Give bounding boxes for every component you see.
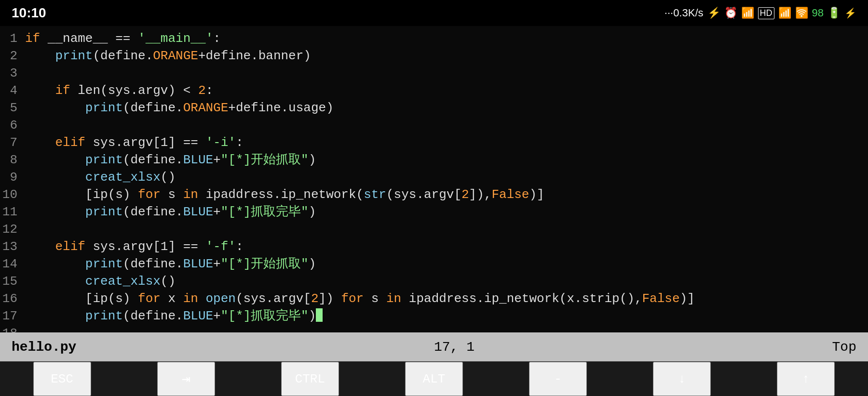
line-content: print(define.BLUE+"[*]开始抓取")	[25, 151, 868, 169]
code-line: 1if __name__ == '__main__':	[0, 30, 868, 47]
cursor-block	[316, 308, 323, 322]
line-number: 4	[0, 82, 25, 99]
line-content: print(define.BLUE+"[*]开始抓取")	[25, 255, 868, 273]
ctrl-button[interactable]: CTRL	[281, 362, 339, 396]
code-line: 10 [ip(s) for s in ipaddress.ip_network(…	[0, 186, 868, 203]
code-line: 18	[0, 325, 868, 332]
line-number: 16	[0, 290, 25, 307]
line-number: 6	[0, 117, 25, 134]
code-line: 4 if len(sys.argv) < 2:	[0, 82, 868, 99]
code-line: 14 print(define.BLUE+"[*]开始抓取")	[0, 255, 868, 273]
code-line: 15 creat_xlsx()	[0, 273, 868, 290]
line-content: print(define.ORANGE+define.banner)	[25, 47, 868, 65]
code-line: 8 print(define.BLUE+"[*]开始抓取")	[0, 151, 868, 169]
bottom-toolbar: ESC ⇥ CTRL ALT - ↓ ↑	[0, 361, 868, 396]
code-line: 16 [ip(s) for x in open(sys.argv[2]) for…	[0, 290, 868, 307]
line-content: if len(sys.argv) < 2:	[25, 82, 868, 99]
status-line: hello.py 17, 1 Top	[0, 332, 868, 361]
wifi-icon: 🛜	[795, 7, 808, 19]
line-number: 9	[0, 169, 25, 186]
code-line: 3	[0, 65, 868, 82]
dash-button[interactable]: -	[529, 362, 587, 396]
line-number: 15	[0, 273, 25, 290]
line-content: print(define.BLUE+"[*]抓取完毕")	[25, 307, 868, 325]
code-line: 5 print(define.ORANGE+define.usage)	[0, 99, 868, 117]
line-number: 1	[0, 30, 25, 47]
line-number: 11	[0, 203, 25, 221]
code-line: 11 print(define.BLUE+"[*]抓取完毕")	[0, 203, 868, 221]
line-content: creat_xlsx()	[25, 169, 868, 186]
alt-button[interactable]: ALT	[405, 362, 463, 396]
line-number: 3	[0, 65, 25, 82]
line-content: if __name__ == '__main__':	[25, 30, 868, 47]
code-editor[interactable]: 1if __name__ == '__main__':2 print(defin…	[0, 26, 868, 332]
esc-button[interactable]: ESC	[33, 362, 91, 396]
code-line: 6	[0, 117, 868, 134]
line-number: 14	[0, 255, 25, 273]
status-bar: 10:10 ···0.3K/s ⚡ ⏰ 📶 HD 📶 🛜 98 🔋 ⚡	[0, 0, 868, 26]
code-line: 12	[0, 221, 868, 238]
line-content: [ip(s) for x in open(sys.argv[2]) for s …	[25, 290, 868, 307]
bolt-icon: ⚡	[844, 7, 856, 19]
line-content: creat_xlsx()	[25, 273, 868, 290]
code-line: 7 elif sys.argv[1] == '-i':	[0, 134, 868, 151]
code-line: 17 print(define.BLUE+"[*]抓取完毕")	[0, 307, 868, 325]
line-number: 18	[0, 325, 25, 332]
line-content: [ip(s) for s in ipaddress.ip_network(str…	[25, 186, 868, 203]
cursor-position: 17, 1	[434, 340, 475, 355]
scroll-position: Top	[832, 340, 856, 355]
line-content: elif sys.argv[1] == '-f':	[25, 238, 868, 255]
arrow-down-button[interactable]: ↓	[653, 362, 711, 396]
battery-icon: 🔋	[827, 7, 841, 19]
file-name: hello.py	[12, 340, 76, 355]
hd-badge: HD	[758, 7, 774, 19]
line-content: print(define.ORANGE+define.usage)	[25, 99, 868, 117]
status-time: 10:10	[12, 5, 46, 21]
line-content: print(define.BLUE+"[*]抓取完毕")	[25, 203, 868, 221]
arrow-up-button[interactable]: ↑	[777, 362, 835, 396]
signal-bars-icon: 📶	[741, 7, 754, 19]
line-number: 12	[0, 221, 25, 238]
code-line: 13 elif sys.argv[1] == '-f':	[0, 238, 868, 255]
battery-percent: 98	[812, 7, 824, 19]
line-number: 13	[0, 238, 25, 255]
code-line: 2 print(define.ORANGE+define.banner)	[0, 47, 868, 65]
line-number: 8	[0, 151, 25, 169]
network-signal: ···0.3K/s	[665, 7, 704, 19]
alarm-icon: ⏰	[724, 7, 737, 19]
tab-button[interactable]: ⇥	[157, 362, 215, 396]
wifi-signal-bars: 📶	[778, 7, 791, 19]
line-number: 5	[0, 99, 25, 117]
line-number: 2	[0, 47, 25, 65]
line-content: elif sys.argv[1] == '-i':	[25, 134, 868, 151]
code-line: 9 creat_xlsx()	[0, 169, 868, 186]
status-icons: ···0.3K/s ⚡ ⏰ 📶 HD 📶 🛜 98 🔋 ⚡	[665, 7, 856, 19]
line-number: 17	[0, 307, 25, 325]
bluetooth-icon: ⚡	[707, 7, 720, 19]
line-number: 7	[0, 134, 25, 151]
line-number: 10	[0, 186, 25, 203]
